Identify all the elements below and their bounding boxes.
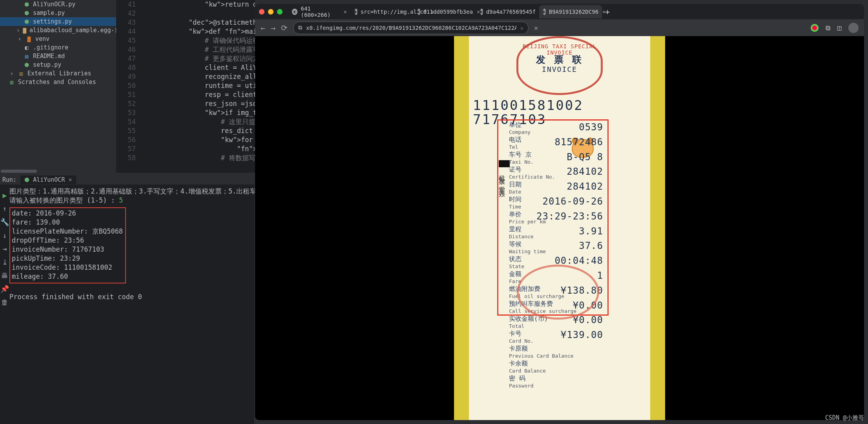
clear-icon[interactable]: ✕ (534, 24, 538, 32)
file-icon: ◧ (24, 44, 30, 51)
browser-tab-active[interactable]: ◐B9A91913262DC96× (539, 5, 602, 18)
file-item[interactable]: ⬢setup.py (0, 60, 116, 69)
up-icon[interactable]: ↑ (0, 204, 9, 213)
wrap-icon[interactable]: ⇥ (0, 244, 9, 253)
globe-icon: ◐ (418, 9, 420, 15)
library-icon: ▥ (18, 70, 24, 77)
file-item-selected[interactable]: ⬢settings.py (0, 17, 116, 26)
console-toolbar: ▶ ↑ 🔧 ↓ ⇥ ⤓ 🖶 📌 🗑 (0, 185, 9, 424)
receipt-image: BEIJING TAXI SPECIAL INVOICE 发 票 联 INVOI… (454, 36, 665, 420)
maximize-window-icon[interactable] (277, 9, 283, 15)
chevron-right-icon: › (16, 36, 23, 42)
window-controls[interactable] (259, 9, 283, 15)
trash-icon[interactable]: 🗑 (0, 298, 9, 306)
watermark: CSDN @小雅哥 (825, 414, 864, 422)
folder-icon: ▇ (23, 27, 26, 33)
markdown-icon: ▤ (24, 53, 30, 59)
down-icon[interactable]: ↓ (0, 231, 9, 239)
python-icon: ⬢ (24, 62, 30, 68)
browser-tab[interactable]: ◐d9a4a776569545f× (476, 5, 539, 18)
folder-item[interactable]: ›▇venv (0, 35, 116, 43)
code-content[interactable]: "kw">return ocr_api20210707Client "dec">… (140, 0, 255, 173)
browser-tab[interactable]: ◐011dd0599bfb3ea× (414, 5, 476, 18)
globe-icon: ◐ (292, 9, 297, 15)
run-config[interactable]: ⬢ AliYunOCR × (20, 175, 76, 184)
extensions-icon[interactable]: ◫ (837, 24, 841, 32)
file-item[interactable]: ⬢sample.py (0, 9, 116, 17)
run-label: Run: (2, 176, 16, 183)
chevron-right-icon: › (16, 27, 20, 33)
scratches[interactable]: ▥Scratches and Consoles (0, 78, 116, 86)
horizontal-scrollbar[interactable] (0, 169, 116, 174)
globe-icon: ◐ (480, 9, 483, 15)
side-note: 机打发票 手写无效 (499, 170, 506, 188)
invoice-code: 111001581002 (473, 97, 584, 113)
rerun-icon[interactable]: ▶ (0, 191, 9, 199)
python-icon: ⬢ (24, 176, 33, 183)
bottom-stamp (517, 265, 599, 320)
tool-icon[interactable]: 🔧 (0, 217, 9, 226)
bookmark-star-icon[interactable]: ☆ (520, 25, 523, 31)
folder-icon: ▇ (26, 36, 32, 42)
site-settings-icon[interactable]: ⧉ (298, 24, 302, 31)
scratch-icon: ▥ (9, 79, 15, 85)
invoice-stamp: BEIJING TAXI SPECIAL INVOICE 发 票 联 INVOI… (516, 36, 603, 95)
file-item[interactable]: ⬢AliYunOCR.py (0, 0, 116, 9)
python-icon: ⬢ (24, 10, 30, 16)
console-output[interactable]: 图片类型：1.通用高精版；2.通用基础版；3.手写文字；4.增值税发票；5.出租… (9, 185, 276, 424)
close-window-icon[interactable] (259, 9, 264, 15)
pin-icon[interactable]: 📌 (0, 284, 9, 293)
new-tab-button[interactable]: + (602, 6, 613, 17)
chevron-right-icon: › (9, 70, 15, 77)
project-tree[interactable]: ⬢AliYunOCR.py ⬢sample.py ⬢settings.py ›▇… (0, 0, 116, 173)
back-button[interactable]: ← (261, 23, 265, 33)
line-gutter: 41 42 43 44 45 46 47 48 49 50 51 52 53 5… (116, 0, 140, 173)
chrome-window: ◐641 (600×266)× ◐src=http://img.alicd× ◐… (255, 4, 864, 420)
minimize-window-icon[interactable] (268, 9, 274, 15)
tab-strip: ◐641 (600×266)× ◐src=http://img.alicd× ◐… (255, 4, 864, 19)
globe-icon: ◐ (355, 9, 357, 15)
folder-item[interactable]: ›▇alibabacloud_sample.egg-info (0, 26, 116, 35)
close-tab-icon[interactable]: × (344, 9, 347, 15)
scroll-icon[interactable]: ⤓ (0, 258, 9, 266)
run-console: ▶ ↑ 🔧 ↓ ⇥ ⤓ 🖶 📌 🗑 图片类型：1.通用高精版；2.通用基础版；3… (0, 185, 254, 424)
url-text: x0.ifengimg.com/res/2020/B9A91913262DC96… (306, 25, 516, 31)
print-icon[interactable]: 🖶 (0, 271, 9, 280)
browser-tab[interactable]: ◐641 (600×266)× (288, 5, 351, 18)
desktop-icon[interactable]: ⧉ (826, 24, 830, 32)
globe-icon: ◐ (543, 9, 546, 15)
forward-button[interactable]: → (271, 23, 275, 33)
file-item[interactable]: ◧.gitignore (0, 43, 116, 52)
browser-viewport: BEIJING TAXI SPECIAL INVOICE 发 票 联 INVOI… (255, 36, 864, 420)
browser-tab[interactable]: ◐src=http://img.alicd× (351, 5, 414, 18)
run-toolbar: Run: ⬢ AliYunOCR × (0, 175, 255, 185)
profile-avatar[interactable] (848, 23, 859, 33)
code-editor[interactable]: 41 42 43 44 45 46 47 48 49 50 51 52 53 5… (116, 0, 255, 173)
python-icon: ⬢ (24, 1, 30, 7)
file-item[interactable]: ▤README.md (0, 52, 116, 60)
reload-button[interactable]: ⟳ (281, 23, 288, 33)
external-libraries[interactable]: ›▥External Libraries (0, 69, 116, 78)
python-icon: ⬢ (24, 18, 30, 25)
url-input[interactable]: ⧉ x0.ifengimg.com/res/2020/B9A91913262DC… (293, 22, 529, 34)
address-bar-row: ← → ⟳ ⧉ x0.ifengimg.com/res/2020/B9A9191… (255, 19, 864, 36)
extension-icon[interactable] (811, 24, 819, 32)
